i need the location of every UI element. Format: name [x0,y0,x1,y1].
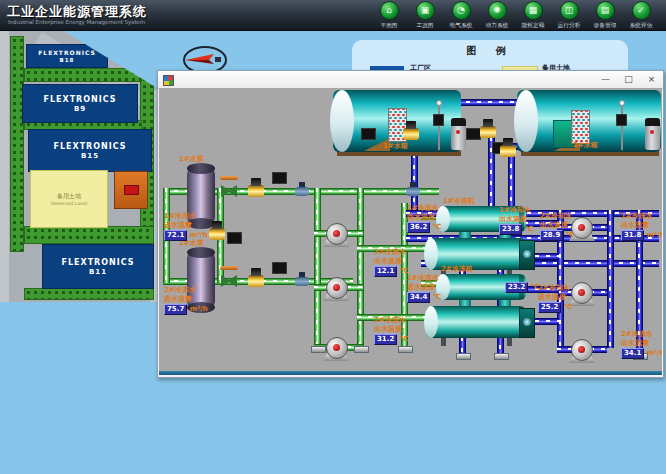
minimize-button[interactable]: — [600,72,611,87]
cooling-pump-3[interactable] [571,339,593,361]
equipment-management-icon: ▤ [596,1,615,20]
value-box: 12.1 [374,266,397,277]
pipe-flange [494,353,509,360]
reading-chilled1-supply-temp: 1#冷冻水出水温度 12.1 ℃ [374,248,408,277]
utility-building[interactable] [114,171,148,209]
manual-valve[interactable] [295,187,309,196]
building-b11[interactable]: FLEXTRONICS B11 [42,244,154,289]
manual-valve[interactable] [406,187,420,196]
system-evaluation-icon: ✓ [632,1,651,20]
pipe-segment [508,153,515,213]
chiller-leg [441,338,446,346]
value-box: 36.2 [407,222,430,233]
main-toolbar: ⌂ 平面图 ▣ 工况图 ◔ 电气系统 ✺ 动力系统 ▦ 能耗定额 ◫ 运行分析 … [371,1,659,30]
valve-positioner [272,262,287,274]
value-box: 25.2 [538,302,561,313]
nav-equipment-management[interactable]: ▤ 设备管理 [587,1,623,30]
power-system-icon: ✺ [488,1,507,20]
tank2-label: 2#水箱 [573,140,598,150]
chilled-pump-3[interactable] [326,337,348,359]
value-box: 31.8 [621,230,644,241]
green-strip [10,36,24,252]
reading-cooling1-outlet-temp: 1#冷却水出水温度 23.8 ℃ [499,206,533,235]
electrical-system-icon: ◔ [452,1,471,20]
reading-chilled1-return-temp: 1#冷冻水回水温度 36.2 ℃ [407,204,441,233]
nav-plan-view[interactable]: ⌂ 平面图 [371,1,407,30]
chiller2-label: 2#冷冻机 [441,264,473,274]
motor-valve[interactable] [480,126,496,138]
motor-valve[interactable] [248,275,264,287]
valve-positioner [272,172,287,184]
gate-valve[interactable] [221,185,237,197]
dosing-unit [451,118,466,150]
pipe-flange [456,353,471,360]
app-header: 工业企业能源管理系统 Industrial Enterprise Energy … [0,0,666,31]
operation-analysis-icon: ◫ [560,1,579,20]
motor-valve[interactable] [500,145,516,157]
gauge-bulb [619,100,625,106]
building-badge [124,185,139,195]
tank2-control-panel[interactable] [571,110,590,144]
gauge-bulb [436,100,442,106]
nav-energy-quota[interactable]: ▦ 能耗定额 [515,1,551,30]
valve-positioner [361,128,376,140]
vessel1-label: 1#水泵 [179,154,204,164]
motor-valve[interactable] [403,128,419,140]
motor-valve[interactable] [209,228,225,240]
canvas-bottom-strip [159,371,662,375]
reading-chilled2-outlet-temp: 2#冷冻水出水温度 31.2 ℃ [374,316,408,345]
valve-positioner [227,232,242,244]
value-box: 72.1 [164,230,187,241]
maximize-button[interactable]: □ [623,72,634,87]
motor-valve[interactable] [248,185,264,197]
cooling-pump-2[interactable] [571,282,593,304]
chilled-pump-2[interactable] [326,277,348,299]
dosing-unit [645,118,660,150]
pipe-flange [398,346,413,353]
gate-valve[interactable] [221,275,237,287]
building-b18[interactable]: FLEXTRONICS B18 [26,44,108,68]
scada-window: — □ × [157,70,664,378]
nav-operation-analysis[interactable]: ◫ 运行分析 [551,1,587,30]
chiller-2-lower-barrel[interactable] [426,306,526,338]
reading-chilled2-inflow: 2#冷冻水进水流量 75.7 m³/h [164,286,208,315]
green-strip [24,288,154,300]
nav-system-evaluation[interactable]: ✓ 系统评估 [623,1,659,30]
chiller1-label: 1#冷冻机 [443,196,475,206]
manual-valve[interactable] [295,277,309,286]
pipe-flange [311,346,326,353]
building-b9[interactable]: FLEXTRONICS B9 [22,84,138,123]
nav-process-view[interactable]: ▣ 工况图 [407,1,443,30]
gate-valve-handle [220,266,238,270]
reading-chilled1-outflow: 1#冷冻水出水流量 31.8 m³/h [621,212,662,241]
level-gauge [621,104,623,150]
cooling-pump-1[interactable] [571,217,593,239]
pipe-segment [357,188,364,348]
scada-canvas: 1#水箱 2#水箱 1#水泵 2#水泵 [159,88,662,375]
process-view-icon: ▣ [416,1,435,20]
reading-chilled1-inflow: 1#冷冻水进水流量 72.1 m³/h [164,212,208,241]
pipe-segment [314,188,321,348]
value-box: 28.9 [540,230,563,241]
reading-cooling-temp: 23.2 ℃ [505,282,539,293]
nav-power-system[interactable]: ✺ 动力系统 [479,1,515,30]
window-titlebar[interactable]: — □ × [158,71,663,89]
value-box: 34.1 [621,348,644,359]
reserved-land-plot[interactable]: 备用土地 (Reserved Land) [30,170,108,228]
reading-cooling2-outlet-temp: 2#冷却水出水温度 28.9 ℃ [540,212,574,241]
value-box: 23.8 [499,224,522,235]
tank1-label: 1#水箱 [383,141,408,151]
green-strip [24,68,142,82]
site-map: FLEXTRONICS B18 FLEXTRONICS B9 FLEXTRONI… [0,30,170,302]
tank2-sensor [616,114,627,126]
chiller-end-plate [519,308,535,338]
chiller-leg [507,338,512,346]
building-b15[interactable]: FLEXTRONICS B15 [28,129,152,172]
reading-chilled2-inlet-temp: 2#冷冻水进水温度 34.4 ℃ [407,274,441,303]
close-button[interactable]: × [646,72,657,87]
chilled-pump-1[interactable] [326,223,348,245]
tank1-sensor [433,114,444,126]
legend-title: 图 例 [352,44,628,58]
nav-electrical-system[interactable]: ◔ 电气系统 [443,1,479,30]
desktop: { "header": { "title": "工业企业能源管理系统", "su… [0,0,666,474]
